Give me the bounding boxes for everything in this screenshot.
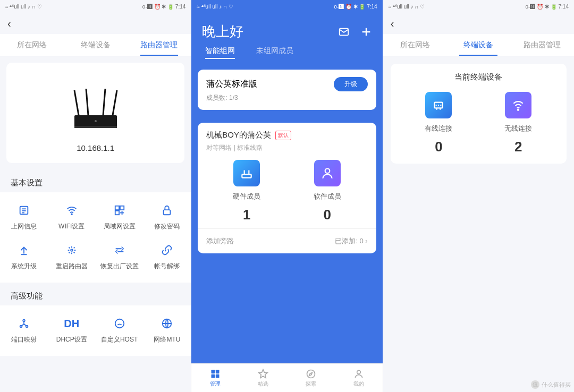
svg-point-29 <box>307 370 315 378</box>
nav-featured[interactable]: 精选 <box>239 364 287 392</box>
svg-rect-27 <box>212 374 215 378</box>
ethernet-icon <box>425 92 452 118</box>
reboot-icon <box>65 244 78 257</box>
dhcp-icon: DH <box>65 317 78 330</box>
host-icon <box>113 317 126 330</box>
item-host[interactable]: 自定义HOST <box>96 311 144 351</box>
reset-icon <box>113 244 126 257</box>
svg-point-30 <box>357 370 360 374</box>
port-icon <box>18 317 30 330</box>
basic-grid: 上网信息 WIFI设置 局域网设置 修改密码 系统升级 重启路由器 恢复出厂设置… <box>0 192 191 283</box>
svg-point-20 <box>115 319 124 328</box>
plan-card: 蒲公英标准版 升级 成员数: 1/3 <box>198 70 376 110</box>
svg-line-5 <box>113 90 117 115</box>
greeting-row: 晚上好 <box>191 13 382 46</box>
svg-point-11 <box>71 214 72 215</box>
svg-rect-26 <box>216 370 220 373</box>
item-mtu[interactable]: 网络MTU <box>143 311 191 351</box>
wired-block[interactable]: 有线连接 0 <box>399 92 479 155</box>
tab-router-mgmt[interactable]: 路由器管理 <box>128 34 191 56</box>
router-card: 10.168.1.1 <box>6 63 184 163</box>
nav-profile[interactable]: 我的 <box>335 364 383 392</box>
status-bar: ≈ ⁴⁶ull ull ♪ ∩ ♡o-🅽 ⏰ ✱ 🔋 7:14 <box>0 0 191 13</box>
upgrade-button[interactable]: 升级 <box>334 77 368 91</box>
router-management-screen: ≈ ⁴⁶ull ull ♪ ∩ ♡o-🅽 ⏰ ✱ 🔋 7:14 ‹ 所在网络 终… <box>0 0 191 392</box>
svg-point-32 <box>518 109 519 110</box>
svg-point-24 <box>325 168 330 173</box>
network-meta: 对等网络 | 标准线路 <box>206 143 367 152</box>
svg-line-4 <box>103 89 105 115</box>
wifi-icon <box>65 204 78 217</box>
terminals-card: 当前终端设备 有线连接 0 无线连接 2 <box>391 64 567 164</box>
add-route-row[interactable]: 添加旁路 已添加: 0 › <box>198 228 376 253</box>
section-advanced: 高级功能 <box>0 283 191 305</box>
home-screen: ≈ ⁴⁶ull ull ♪ ∩ ♡o-🅽 ⏰ ✱ 🔋 7:14 晚上好 智能组网… <box>191 0 382 392</box>
terminals-screen: ≈ ⁴⁶ull ull ♪ ∩ ♡o-🅽 ⏰ ✱ 🔋 7:14 ‹ 所在网络 终… <box>383 0 574 392</box>
item-reboot[interactable]: 重启路由器 <box>48 237 96 277</box>
mail-icon[interactable] <box>338 26 350 38</box>
item-port-map[interactable]: 端口映射 <box>0 311 48 351</box>
mtu-icon <box>161 317 173 330</box>
top-tabs: 所在网络 终端设备 路由器管理 <box>0 34 191 56</box>
svg-line-2 <box>74 90 79 115</box>
software-members[interactable]: 软件成员 0 <box>287 160 368 223</box>
svg-rect-15 <box>164 210 171 215</box>
lan-icon <box>113 204 126 217</box>
tab-network[interactable]: 所在网络 <box>0 34 64 56</box>
net-tabs: 智能组网 未组网成员 <box>191 46 382 56</box>
watermark: 值 什么值得买 <box>531 380 571 389</box>
item-dhcp[interactable]: DHDHCP设置 <box>48 311 96 351</box>
tab-devices[interactable]: 终端设备 <box>64 34 128 56</box>
svg-point-16 <box>71 249 73 251</box>
item-factory-reset[interactable]: 恢复出厂设置 <box>96 237 144 277</box>
router-ip: 10.168.1.1 <box>77 143 114 152</box>
svg-rect-1 <box>74 126 117 128</box>
svg-rect-13 <box>120 206 123 210</box>
svg-point-6 <box>95 120 97 122</box>
back-icon[interactable]: ‹ <box>391 18 394 30</box>
status-bar: ≈ ⁴⁶ull ull ♪ ∩ ♡o-🅽 ⏰ ✱ 🔋 7:14 <box>191 0 382 13</box>
svg-rect-12 <box>115 206 119 210</box>
nav-explore[interactable]: 探索 <box>287 364 335 392</box>
default-badge: 默认 <box>275 131 291 140</box>
status-bar: ≈ ⁴⁶ull ull ♪ ∩ ♡o-🅽 ⏰ ✱ 🔋 7:14 <box>383 0 574 13</box>
card-title: 当前终端设备 <box>399 72 558 82</box>
tab-devices[interactable]: 终端设备 <box>446 34 510 56</box>
wifi-icon <box>505 92 531 118</box>
watermark-icon: 值 <box>531 380 539 389</box>
wireless-block[interactable]: 无线连接 2 <box>478 92 558 155</box>
svg-rect-25 <box>212 370 215 373</box>
network-name-row: 机械BOY的蒲公英 默认 <box>206 130 367 140</box>
tab-router-mgmt[interactable]: 路由器管理 <box>510 34 574 56</box>
advanced-grid: 端口映射 DHDHCP设置 自定义HOST 网络MTU <box>0 305 191 356</box>
upgrade-icon <box>18 244 30 257</box>
plan-name: 蒲公英标准版 <box>206 79 257 90</box>
topbar: ‹ <box>0 13 191 34</box>
tab-smart-net[interactable]: 智能组网 <box>205 46 235 56</box>
router-icon <box>233 160 260 186</box>
svg-rect-28 <box>216 374 220 378</box>
item-wifi[interactable]: WIFI设置 <box>48 198 96 237</box>
section-basic: 基本设置 <box>0 169 191 192</box>
item-net-info[interactable]: 上网信息 <box>0 198 48 237</box>
add-icon[interactable] <box>360 26 372 38</box>
svg-rect-23 <box>242 174 251 178</box>
top-tabs: 所在网络 终端设备 路由器管理 <box>383 34 574 56</box>
tab-network[interactable]: 所在网络 <box>383 34 447 56</box>
svg-point-17 <box>23 320 25 322</box>
item-unbind[interactable]: 帐号解绑 <box>143 237 191 277</box>
list-icon <box>18 204 30 217</box>
item-upgrade[interactable]: 系统升级 <box>0 237 48 277</box>
item-lan[interactable]: 局域网设置 <box>96 198 144 237</box>
router-image <box>64 75 128 139</box>
greeting-text: 晚上好 <box>202 22 243 41</box>
svg-rect-14 <box>115 211 119 215</box>
svg-line-3 <box>86 89 88 115</box>
unlink-icon <box>161 244 173 257</box>
hardware-members[interactable]: 硬件成员 1 <box>206 160 287 223</box>
tab-unjoined[interactable]: 未组网成员 <box>256 46 293 56</box>
item-password[interactable]: 修改密码 <box>143 198 191 237</box>
network-card: 机械BOY的蒲公英 默认 对等网络 | 标准线路 硬件成员 1 软件成员 0 添… <box>198 123 376 253</box>
back-icon[interactable]: ‹ <box>7 18 11 30</box>
nav-manage[interactable]: 管理 <box>191 364 239 392</box>
